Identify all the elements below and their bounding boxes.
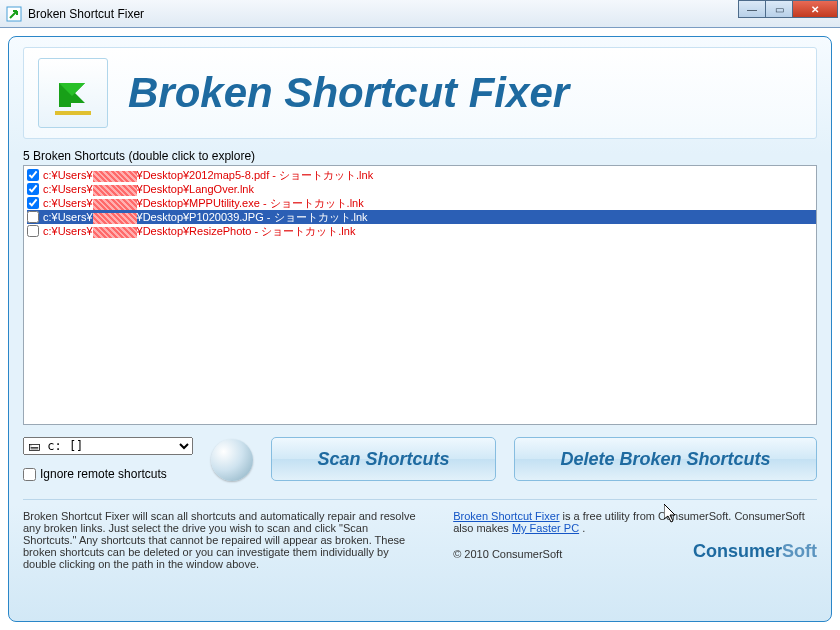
minimize-button[interactable]: — — [738, 0, 766, 18]
list-item[interactable]: c:¥Users¥¥Desktop¥2012map5-8.pdf - ショートカ… — [27, 168, 816, 182]
list-item[interactable]: c:¥Users¥¥Desktop¥LangOver.lnk — [27, 182, 816, 196]
footer: Broken Shortcut Fixer will scan all shor… — [23, 510, 817, 570]
ignore-remote-label[interactable]: Ignore remote shortcuts — [23, 467, 193, 481]
scan-shortcuts-button[interactable]: Scan Shortcuts — [271, 437, 496, 481]
drive-column: 🖴 c: [] Ignore remote shortcuts — [23, 437, 193, 481]
list-item-path: c:¥Users¥¥Desktop¥LangOver.lnk — [43, 182, 254, 196]
ignore-remote-text: Ignore remote shortcuts — [40, 467, 167, 481]
maximize-button[interactable]: ▭ — [765, 0, 793, 18]
redacted-icon — [93, 185, 137, 196]
list-item-checkbox[interactable] — [27, 183, 39, 195]
svg-marker-1 — [55, 111, 91, 115]
redacted-icon — [93, 199, 137, 210]
titlebar: Broken Shortcut Fixer — ▭ ✕ — [0, 0, 840, 28]
ignore-remote-checkbox[interactable] — [23, 468, 36, 481]
window-controls: — ▭ ✕ — [739, 0, 838, 18]
redacted-icon — [93, 171, 137, 182]
footer-description: Broken Shortcut Fixer will scan all shor… — [23, 510, 423, 570]
list-item[interactable]: c:¥Users¥¥Desktop¥P1020039.JPG - ショートカット… — [27, 210, 816, 224]
consumersoft-logo: ConsumerSoft — [693, 541, 817, 562]
footer-right: Broken Shortcut Fixer is a free utility … — [453, 510, 817, 560]
close-button[interactable]: ✕ — [792, 0, 838, 18]
list-item-checkbox[interactable] — [27, 169, 39, 181]
product-link[interactable]: Broken Shortcut Fixer — [453, 510, 559, 522]
list-item[interactable]: c:¥Users¥¥Desktop¥ResizePhoto - ショートカット.… — [27, 224, 816, 238]
status-orb-icon — [211, 439, 253, 481]
redacted-icon — [93, 213, 137, 224]
list-header: 5 Broken Shortcuts (double click to expl… — [23, 149, 817, 163]
controls-row: 🖴 c: [] Ignore remote shortcuts Scan Sho… — [23, 437, 817, 481]
list-item-path: c:¥Users¥¥Desktop¥ResizePhoto - ショートカット.… — [43, 224, 355, 238]
main-frame: Broken Shortcut Fixer 5 Broken Shortcuts… — [8, 36, 832, 622]
shortcut-list[interactable]: c:¥Users¥¥Desktop¥2012map5-8.pdf - ショートカ… — [23, 165, 817, 425]
list-item-checkbox[interactable] — [27, 225, 39, 237]
my-faster-pc-link[interactable]: My Faster PC — [512, 522, 579, 534]
list-item-checkbox[interactable] — [27, 211, 39, 223]
app-logo-icon — [38, 58, 108, 128]
list-item[interactable]: c:¥Users¥¥Desktop¥MPPUtility.exe - ショートカ… — [27, 196, 816, 210]
window-title: Broken Shortcut Fixer — [28, 7, 144, 21]
delete-broken-shortcuts-button[interactable]: Delete Broken Shortcuts — [514, 437, 817, 481]
list-item-checkbox[interactable] — [27, 197, 39, 209]
list-item-path: c:¥Users¥¥Desktop¥MPPUtility.exe - ショートカ… — [43, 196, 364, 210]
footer-attribution: Broken Shortcut Fixer is a free utility … — [453, 510, 805, 534]
app-title: Broken Shortcut Fixer — [128, 69, 569, 117]
redacted-icon — [93, 227, 137, 238]
app-banner: Broken Shortcut Fixer — [23, 47, 817, 139]
divider — [23, 499, 817, 500]
list-item-path: c:¥Users¥¥Desktop¥2012map5-8.pdf - ショートカ… — [43, 168, 373, 182]
app-icon — [6, 6, 22, 22]
list-item-path: c:¥Users¥¥Desktop¥P1020039.JPG - ショートカット… — [43, 210, 368, 224]
drive-select[interactable]: 🖴 c: [] — [23, 437, 193, 455]
